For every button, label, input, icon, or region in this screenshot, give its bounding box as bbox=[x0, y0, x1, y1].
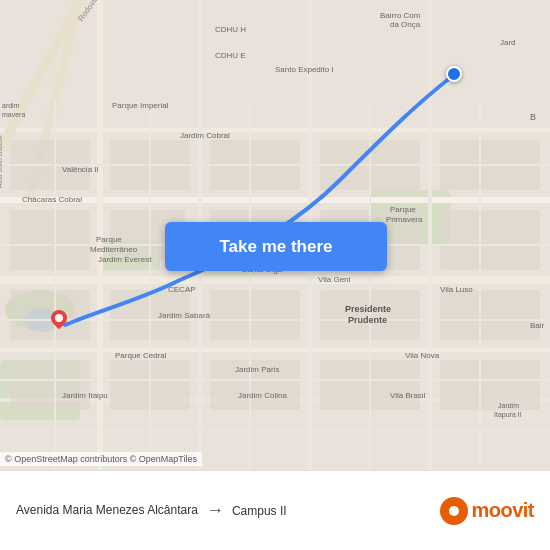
svg-text:Vila Brasil: Vila Brasil bbox=[390, 391, 426, 400]
svg-text:Vila Geni: Vila Geni bbox=[318, 275, 351, 284]
svg-text:Presidente: Presidente bbox=[345, 304, 391, 314]
route-arrow: → bbox=[206, 500, 224, 521]
route-to: Campus II bbox=[232, 504, 287, 518]
svg-rect-25 bbox=[210, 290, 300, 340]
svg-text:Itapura II: Itapura II bbox=[494, 411, 522, 419]
svg-text:Chácaras Cobral: Chácaras Cobral bbox=[22, 195, 82, 204]
svg-text:mavera: mavera bbox=[2, 111, 25, 118]
moovit-brand-text: moovit bbox=[471, 499, 534, 522]
svg-text:Parque: Parque bbox=[390, 205, 416, 214]
svg-text:Jardim Sabará: Jardim Sabará bbox=[158, 311, 211, 320]
svg-rect-37 bbox=[10, 360, 90, 410]
copyright-notice: © OpenStreetMap contributors © OpenMapTi… bbox=[0, 452, 202, 466]
svg-text:Jardim: Jardim bbox=[498, 402, 519, 409]
svg-text:Bair: Bair bbox=[530, 321, 545, 330]
route-from: Avenida Maria Menezes Alcântara bbox=[16, 503, 198, 519]
destination-marker bbox=[446, 66, 462, 82]
svg-text:Jardim Colina: Jardim Colina bbox=[238, 391, 287, 400]
svg-text:CDHU E: CDHU E bbox=[215, 51, 246, 60]
svg-text:Jard: Jard bbox=[500, 38, 516, 47]
moovit-logo: moovit bbox=[440, 497, 534, 525]
svg-rect-35 bbox=[440, 360, 540, 410]
svg-text:Vila Luso: Vila Luso bbox=[440, 285, 473, 294]
svg-text:Santo Expedito I: Santo Expedito I bbox=[275, 65, 334, 74]
svg-rect-32 bbox=[440, 290, 540, 340]
svg-text:CDHU H: CDHU H bbox=[215, 25, 246, 34]
bottom-bar: Avenida Maria Menezes Alcântara → Campus… bbox=[0, 470, 550, 550]
svg-text:Valência II: Valência II bbox=[62, 165, 99, 174]
svg-rect-34 bbox=[10, 210, 90, 270]
svg-text:Mediterrâneo: Mediterrâneo bbox=[90, 245, 138, 254]
svg-text:B: B bbox=[530, 112, 536, 122]
svg-text:da Onça: da Onça bbox=[390, 20, 421, 29]
svg-text:Parque: Parque bbox=[96, 235, 122, 244]
svg-text:Bairro Com: Bairro Com bbox=[380, 11, 421, 20]
svg-text:ardim: ardim bbox=[2, 102, 20, 109]
map-container: Bairro Com da Onça Jard CDHU H CDHU E Sa… bbox=[0, 0, 550, 470]
svg-text:Jardim Everest: Jardim Everest bbox=[98, 255, 152, 264]
svg-text:Vila Nova: Vila Nova bbox=[405, 351, 440, 360]
svg-text:Jardim Itaipu: Jardim Itaipu bbox=[62, 391, 108, 400]
svg-text:Avia Júlio Budisk: Avia Júlio Budisk bbox=[0, 135, 3, 188]
svg-rect-31 bbox=[440, 210, 540, 270]
origin-marker bbox=[48, 310, 70, 338]
svg-text:Jardim Paris: Jardim Paris bbox=[235, 365, 279, 374]
svg-text:CECAP: CECAP bbox=[168, 285, 196, 294]
svg-text:Parque Imperial: Parque Imperial bbox=[112, 101, 169, 110]
svg-text:Jardim Cobral: Jardim Cobral bbox=[180, 131, 230, 140]
svg-text:Primavera: Primavera bbox=[386, 215, 423, 224]
svg-text:Parque Cedral: Parque Cedral bbox=[115, 351, 167, 360]
svg-text:Prudente: Prudente bbox=[348, 315, 387, 325]
take-me-there-button[interactable]: Take me there bbox=[165, 222, 387, 271]
